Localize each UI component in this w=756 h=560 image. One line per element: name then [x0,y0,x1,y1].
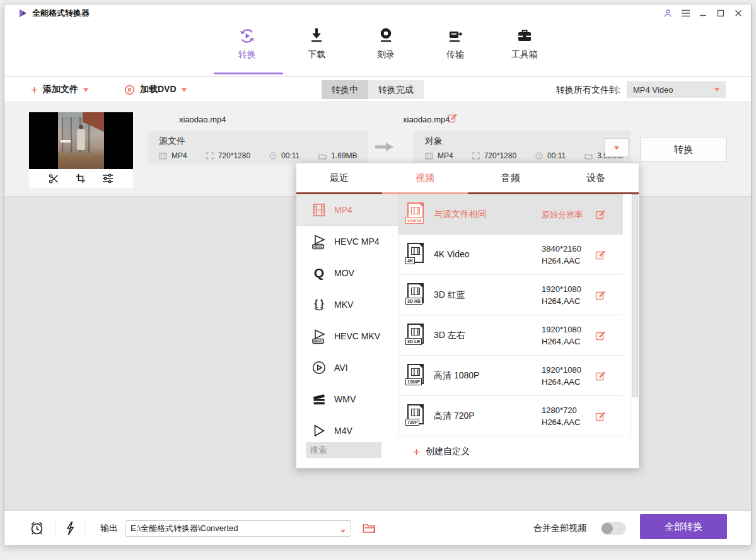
format-item-hevc-mkv[interactable]: HEVC HEVC MKV [296,320,398,352]
preset-specs: 1920*1080H264,AAC [542,324,581,347]
3d-rb-file-icon: 3D RB [407,283,424,303]
mp4-filmstrip-icon [310,201,327,218]
app-logo-icon [18,8,28,18]
popup-tab-video[interactable]: 视频 [382,163,468,192]
popup-footer: + 创建自定义 [296,435,639,468]
preset-specs: 1280*720H264,AAC [542,404,580,428]
user-account-icon[interactable] [663,8,673,18]
format-item-mov[interactable]: Q MOV [296,257,398,289]
video-thumbnail[interactable] [29,112,133,169]
format-item-m4v[interactable]: M4V [296,415,398,436]
popup-tab-audio[interactable]: 音频 [468,163,554,192]
toggle-knob [602,523,613,534]
format-item-avi[interactable]: AVI [296,352,398,383]
popup-body: MP4 HEVC HEVC MP4 Q MOV { } MKV HEVC HEV… [296,194,639,436]
preset-specs: 1920*1080H264,AAC [542,283,581,307]
search-input[interactable] [306,442,381,458]
effects-adjust-icon[interactable] [102,173,113,184]
convert-button[interactable]: 转换 [640,137,727,162]
preset-row-same-as-source[interactable]: source 与源文件相同 原始分辨率 [398,194,623,235]
tab-toolbox[interactable]: 工具箱 [490,27,559,61]
target-resolution: 720*1280 [484,151,516,160]
add-files-button[interactable]: + 添加文件 [31,77,88,102]
popup-tab-recent[interactable]: 最近 [296,163,382,192]
tab-burn[interactable]: 刻录 [351,27,421,61]
preset-row-4k[interactable]: 4K 4K Video 3840*2160H264,AAC [398,235,623,275]
preset-row-3d-redblue[interactable]: 3D RB 3D 红蓝 1920*1080H264,AAC [398,275,623,315]
play-outline-icon [310,423,327,437]
format-item-hevc-mp4[interactable]: HEVC HEVC MP4 [296,226,398,257]
edit-preset-icon[interactable] [595,250,605,260]
mkv-braces-icon: { } [310,296,327,313]
popup-tab-device[interactable]: 设备 [553,163,639,192]
edit-preset-icon[interactable] [595,330,605,341]
resolution-icon [472,152,480,160]
rename-edit-icon[interactable] [447,113,457,123]
edit-preset-icon[interactable] [595,371,605,381]
close-icon[interactable] [733,8,743,18]
app-window: 全能格式转换器 [4,4,752,545]
merge-videos-toggle[interactable] [601,522,626,535]
source-info-box: 源文件 MP4 720*1280 00:11 1.69MB [148,131,368,165]
resolution-icon [206,152,214,160]
status-tabs: 转换中 转换完成 [322,80,424,99]
preset-specs: 1920*1080H264,AAC [542,364,581,388]
format-item-wmv[interactable]: WMV [296,383,398,415]
maximize-icon[interactable] [716,8,726,18]
preset-scrollbar[interactable] [631,194,639,436]
main-nav: 转换 下载 刻录 传输 [4,22,751,77]
quicktime-q-icon: Q [310,265,327,282]
source-size: 1.69MB [331,151,357,160]
target-format-dropdown-button[interactable] [605,138,629,157]
target-info-box: 对象 MP4 720*1280 00:11 3.52MB [414,131,631,165]
target-duration: 00:11 [547,151,566,160]
crop-icon[interactable] [76,173,86,184]
open-folder-icon[interactable] [363,511,376,545]
edit-preset-icon[interactable] [595,209,605,219]
preset-name: 4K Video [434,249,470,259]
burn-disc-icon [378,27,394,45]
output-path-input[interactable] [125,520,351,537]
preset-resolution: 原始分辨率 [542,209,583,221]
schedule-alarm-icon[interactable] [29,511,45,545]
tab-convert[interactable]: 转换 [212,27,282,61]
menu-icon[interactable] [680,8,690,18]
app-title: 全能格式转换器 [32,4,90,22]
clapperboard-icon [310,391,327,408]
svg-text:Q: Q [313,265,323,280]
tab-finished[interactable]: 转换完成 [368,80,424,99]
1080p-file-icon: 1080P [407,364,424,384]
format-item-mp4[interactable]: MP4 [296,194,398,226]
trim-scissors-icon[interactable] [49,173,59,184]
source-format: MP4 [172,151,187,160]
output-format-dropdown[interactable]: MP4 Video [627,81,726,98]
format-item-mkv[interactable]: { } MKV [296,289,398,320]
preset-row-hd-720p[interactable]: 720P 高清 720P 1280*720H264,AAC [398,396,623,436]
create-custom-button[interactable]: + 创建自定义 [413,435,470,468]
film-icon [159,153,167,160]
source-file-icon: source [407,202,424,223]
convert-all-button[interactable]: 全部转换 [640,514,727,539]
load-dvd-button[interactable]: 加载DVD [124,77,187,102]
tab-converting[interactable]: 转换中 [322,80,368,99]
chevron-down-icon [182,88,187,95]
high-speed-bolt-icon[interactable] [65,511,75,545]
minimize-icon[interactable] [698,8,708,18]
format-label: WMV [334,394,356,404]
tab-transfer[interactable]: 传输 [421,27,490,61]
convert-icon [238,27,257,45]
preset-specs: 3840*2160H264,AAC [542,243,581,267]
file-size-folder-icon [318,153,327,160]
tab-download-label: 下载 [308,49,325,61]
tab-download[interactable]: 下载 [282,27,351,61]
bottom-bar: 输出 合并全部视频 全部转换 [4,510,751,545]
download-icon [308,27,325,45]
preset-row-hd-1080p[interactable]: 1080P 高清 1080P 1920*1080H264,AAC [398,356,623,396]
chevron-down-icon [614,146,619,153]
preset-row-3d-leftright[interactable]: 3D LR 3D 左右 1920*1080H264,AAC [398,315,623,356]
edit-preset-icon[interactable] [595,290,605,300]
hevc-play-icon: HEVC [310,233,327,250]
edit-preset-icon[interactable] [595,411,605,421]
duration-clock-icon [269,152,277,160]
scrollbar-thumb[interactable] [632,194,638,397]
